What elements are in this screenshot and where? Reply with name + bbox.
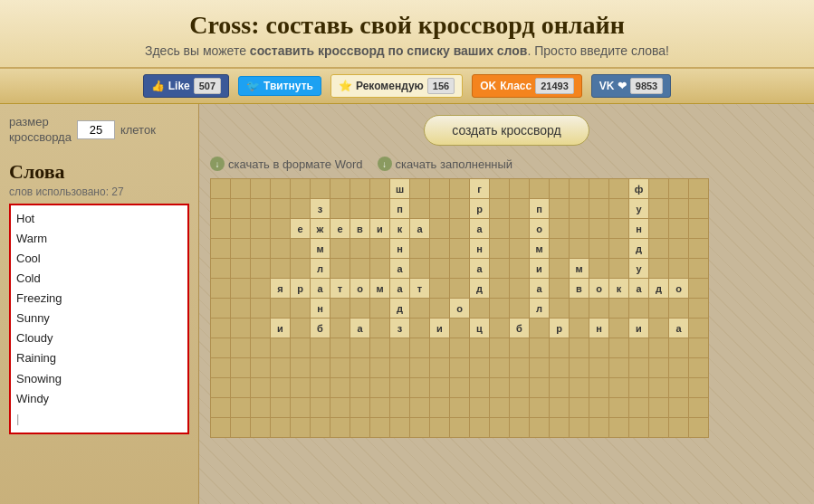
grid-cell[interactable]: о: [350, 279, 370, 299]
grid-cell[interactable]: [669, 299, 689, 319]
grid-cell[interactable]: [231, 299, 251, 319]
grid-cell[interactable]: [609, 338, 629, 358]
grid-cell[interactable]: [291, 418, 311, 438]
grid-cell[interactable]: [311, 358, 330, 378]
grid-cell[interactable]: [649, 338, 669, 358]
grid-cell[interactable]: н: [629, 219, 649, 239]
grid-cell[interactable]: [609, 299, 629, 319]
grid-cell[interactable]: [211, 179, 231, 199]
grid-cell[interactable]: [430, 378, 450, 398]
grid-cell[interactable]: [570, 219, 589, 239]
grid-cell[interactable]: [550, 378, 570, 398]
grid-cell[interactable]: д: [390, 299, 410, 319]
grid-cell[interactable]: [231, 418, 251, 438]
grid-cell[interactable]: [291, 319, 311, 338]
grid-cell[interactable]: [450, 279, 470, 299]
grid-cell[interactable]: [330, 378, 350, 398]
grid-cell[interactable]: [669, 418, 689, 438]
grid-cell[interactable]: [570, 299, 589, 319]
grid-cell[interactable]: [370, 378, 390, 398]
grid-cell[interactable]: [689, 319, 709, 338]
grid-cell[interactable]: [430, 338, 450, 358]
twitter-button[interactable]: 🐦 Твитнуть: [238, 76, 321, 96]
grid-cell[interactable]: м: [311, 239, 330, 259]
grid-cell[interactable]: [550, 199, 570, 219]
grid-cell[interactable]: и: [530, 259, 550, 279]
grid-cell[interactable]: [330, 239, 350, 259]
grid-cell[interactable]: [450, 199, 470, 219]
grid-cell[interactable]: а: [311, 279, 330, 299]
grid-cell[interactable]: и: [430, 319, 450, 338]
grid-cell[interactable]: [271, 199, 291, 219]
grid-cell[interactable]: [550, 299, 570, 319]
grid-cell[interactable]: [609, 319, 629, 338]
grid-cell[interactable]: [251, 199, 271, 219]
grid-cell[interactable]: [649, 179, 669, 199]
grid-cell[interactable]: [231, 398, 251, 418]
grid-cell[interactable]: [450, 378, 470, 398]
grid-cell[interactable]: [251, 239, 271, 259]
grid-cell[interactable]: [410, 259, 430, 279]
grid-cell[interactable]: [490, 259, 510, 279]
grid-cell[interactable]: [689, 338, 709, 358]
grid-cell[interactable]: б: [510, 319, 530, 338]
crossword-size-input[interactable]: [77, 120, 115, 139]
grid-cell[interactable]: м: [370, 279, 390, 299]
grid-cell[interactable]: [510, 179, 530, 199]
grid-cell[interactable]: [211, 279, 231, 299]
download-word-link[interactable]: ↓ скачать в формате Word: [210, 157, 363, 171]
grid-cell[interactable]: [450, 219, 470, 239]
grid-cell[interactable]: [490, 279, 510, 299]
grid-cell[interactable]: [231, 219, 251, 239]
grid-cell[interactable]: [390, 378, 410, 398]
grid-cell[interactable]: [649, 319, 669, 338]
grid-cell[interactable]: [271, 418, 291, 438]
grid-cell[interactable]: [410, 338, 430, 358]
grid-cell[interactable]: [350, 338, 370, 358]
grid-cell[interactable]: а: [530, 279, 550, 299]
facebook-button[interactable]: 👍 Like 507: [143, 74, 229, 98]
grid-cell[interactable]: з: [390, 319, 410, 338]
grid-cell[interactable]: [211, 219, 231, 239]
grid-cell[interactable]: [211, 378, 231, 398]
create-crossword-button[interactable]: создать кроссворд: [424, 115, 589, 146]
grid-cell[interactable]: [450, 179, 470, 199]
grid-cell[interactable]: [629, 418, 649, 438]
grid-cell[interactable]: [669, 259, 689, 279]
grid-cell[interactable]: [291, 378, 311, 398]
grid-cell[interactable]: н: [311, 299, 330, 319]
grid-cell[interactable]: [490, 179, 510, 199]
grid-cell[interactable]: [410, 179, 430, 199]
grid-cell[interactable]: [550, 259, 570, 279]
grid-cell[interactable]: [291, 179, 311, 199]
grid-cell[interactable]: [450, 398, 470, 418]
grid-cell[interactable]: [251, 259, 271, 279]
grid-cell[interactable]: [490, 319, 510, 338]
grid-cell[interactable]: [291, 259, 311, 279]
grid-cell[interactable]: [669, 219, 689, 239]
grid-cell[interactable]: [330, 338, 350, 358]
grid-cell[interactable]: [370, 319, 390, 338]
grid-cell[interactable]: [530, 398, 550, 418]
grid-cell[interactable]: н: [470, 239, 490, 259]
grid-cell[interactable]: ж: [311, 219, 330, 239]
grid-cell[interactable]: [370, 179, 390, 199]
grid-cell[interactable]: [649, 299, 669, 319]
grid-cell[interactable]: [410, 319, 430, 338]
grid-cell[interactable]: [390, 338, 410, 358]
grid-cell[interactable]: м: [570, 259, 589, 279]
grid-cell[interactable]: [350, 299, 370, 319]
grid-cell[interactable]: [629, 338, 649, 358]
grid-cell[interactable]: [510, 338, 530, 358]
grid-cell[interactable]: [211, 259, 231, 279]
grid-cell[interactable]: [271, 259, 291, 279]
grid-cell[interactable]: [330, 418, 350, 438]
grid-cell[interactable]: [550, 418, 570, 438]
grid-cell[interactable]: [689, 179, 709, 199]
grid-cell[interactable]: [550, 179, 570, 199]
grid-cell[interactable]: [430, 259, 450, 279]
grid-cell[interactable]: т: [410, 279, 430, 299]
grid-cell[interactable]: [510, 219, 530, 239]
grid-cell[interactable]: [570, 378, 589, 398]
grid-cell[interactable]: [370, 418, 390, 438]
